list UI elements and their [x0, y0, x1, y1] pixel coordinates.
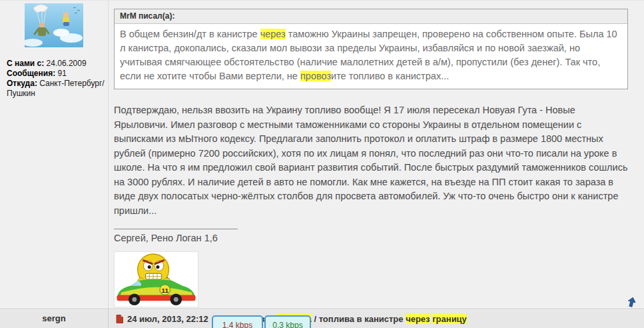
- joined-value: 24.06.2009: [47, 59, 87, 68]
- network-speed-tooltip-download: 1.4 kbps: [212, 315, 263, 328]
- messages-stat: Сообщения: 91: [7, 69, 105, 79]
- messages-label: Сообщения:: [7, 69, 55, 78]
- svg-text:11: 11: [162, 287, 169, 294]
- user-avatar[interactable]: [25, 3, 83, 47]
- signature-divider: [114, 229, 238, 229]
- race-car-smiley-image: 11: [114, 251, 198, 307]
- quote-author-header: MrM писал(а):: [115, 9, 627, 24]
- signature-text: Сергей, Рено Логан 1,6: [114, 233, 628, 243]
- forum-post-row: С нами с: 24.06.2009 Сообщения: 91 Откуд…: [0, 0, 644, 309]
- post-message-text: Подтверждаю, нельзя ввозить на Украину т…: [114, 103, 628, 218]
- scroll-to-top-icon[interactable]: [627, 297, 636, 307]
- footer-post-meta: 24 июл, 2013, 22:12 Re: Провоз бензина /…: [109, 309, 644, 328]
- joined-stat: С нами с: 24.06.2009: [7, 59, 105, 69]
- location-label: Откуда:: [7, 79, 37, 88]
- search-result-footer-row: sergn 24 июл, 2013, 22:12 Re: Провоз бен…: [0, 309, 644, 328]
- user-info-column: С нами с: 24.06.2009 Сообщения: 91 Откуд…: [0, 1, 109, 309]
- post-content-column: MrM писал(а): В общем бензин/дт в канист…: [109, 1, 644, 309]
- location-stat: Откуда: Санкт-Петербург/Пушкин: [7, 79, 105, 99]
- footer-username: sergn: [0, 309, 109, 328]
- network-speed-tooltip-upload: 0.3 kbps: [264, 315, 311, 328]
- joined-label: С нами с:: [7, 59, 44, 68]
- quote-text: В общем бензин/дт в канистре через тамож…: [115, 24, 627, 89]
- post-date: 24 июл, 2013, 22:12: [127, 314, 208, 324]
- messages-value: 91: [58, 69, 67, 78]
- quote-block: MrM писал(а): В общем бензин/дт в канист…: [114, 9, 628, 89]
- user-stats: С нами с: 24.06.2009 Сообщения: 91 Откуд…: [0, 47, 108, 99]
- post-page-icon: [116, 315, 123, 323]
